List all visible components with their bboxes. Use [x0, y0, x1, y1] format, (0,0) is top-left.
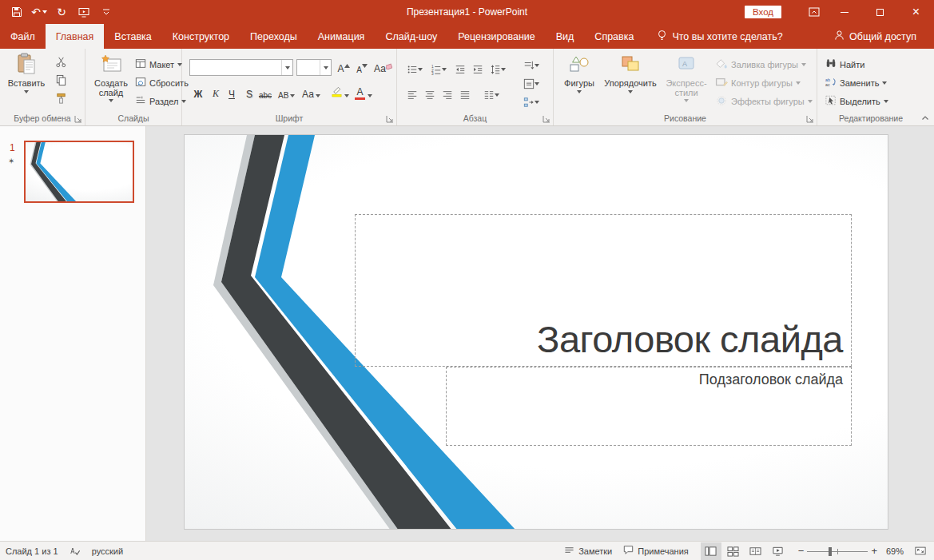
tab-animations[interactable]: Анимация — [308, 24, 376, 49]
zoom-level[interactable]: 69% — [880, 542, 909, 560]
zoom-in-button[interactable]: + — [868, 542, 880, 560]
font-size-input[interactable] — [297, 60, 320, 75]
tab-file[interactable]: Файл — [0, 24, 46, 49]
maximize-button[interactable] — [862, 0, 898, 24]
layout-icon — [135, 58, 146, 70]
font-dialog-launcher-icon[interactable] — [386, 114, 394, 122]
close-button[interactable]: × — [898, 0, 934, 24]
minimize-button[interactable] — [826, 0, 862, 24]
text-direction-button[interactable] — [519, 57, 544, 73]
line-spacing-button[interactable] — [487, 61, 508, 77]
reading-view-button[interactable] — [745, 542, 766, 560]
redo-icon[interactable]: ↻ — [51, 2, 72, 22]
font-size-combo[interactable] — [296, 59, 332, 76]
text-shadow-button[interactable]: S — [241, 85, 257, 101]
tab-design[interactable]: Конструктор — [162, 24, 240, 49]
section-button[interactable]: Раздел — [135, 93, 186, 109]
notes-toggle[interactable]: Заметки — [558, 542, 618, 560]
save-icon[interactable] — [6, 2, 27, 22]
font-color-button[interactable]: А — [355, 85, 372, 101]
undo-icon[interactable]: ↶ — [29, 2, 50, 22]
grow-font-button[interactable]: А — [336, 59, 352, 76]
format-painter-button[interactable] — [53, 90, 70, 107]
zoom-slider-thumb[interactable] — [829, 547, 832, 556]
columns-button[interactable] — [480, 86, 502, 103]
font-name-combo[interactable] — [189, 59, 293, 76]
tab-slideshow[interactable]: Слайд-шоу — [375, 24, 447, 49]
copy-button[interactable] — [53, 72, 70, 89]
slide-counter[interactable]: Слайд 1 из 1 — [0, 542, 64, 560]
slide-sorter-view-button[interactable] — [723, 542, 744, 560]
tab-view[interactable]: Вид — [546, 24, 585, 49]
shape-fill-button[interactable]: Заливка фигуры — [715, 56, 806, 73]
paragraph-dialog-launcher-icon[interactable] — [543, 114, 550, 122]
bold-button[interactable]: Ж — [190, 85, 206, 101]
align-right-button[interactable] — [439, 86, 455, 103]
underline-button[interactable]: Ч — [224, 85, 240, 101]
strikethrough-button[interactable]: abc — [257, 85, 273, 101]
zoom-out-button[interactable]: − — [795, 542, 808, 560]
character-spacing-button[interactable]: АВ — [278, 85, 295, 101]
arrange-button[interactable]: Упорядочить — [602, 52, 659, 93]
tab-insert[interactable]: Вставка — [104, 24, 161, 49]
start-slideshow-icon[interactable] — [74, 2, 94, 22]
increase-indent-button[interactable] — [469, 61, 486, 77]
collapse-ribbon-icon[interactable] — [920, 113, 931, 122]
zoom-slider[interactable] — [807, 542, 868, 560]
tell-me-box[interactable]: Что вы хотите сделать? — [657, 24, 782, 49]
tab-transitions[interactable]: Переходы — [240, 24, 308, 49]
tab-help[interactable]: Справка — [584, 24, 644, 49]
fit-slide-to-window-icon[interactable] — [909, 542, 934, 560]
reset-button[interactable]: Сбросить — [135, 74, 189, 91]
replace-button[interactable]: abac Заменить — [825, 74, 887, 91]
font-size-dropdown-icon[interactable] — [320, 60, 331, 75]
new-slide-button[interactable]: Создать слайд — [90, 52, 132, 102]
align-center-button[interactable] — [421, 86, 438, 103]
sign-in-button[interactable]: Вход — [745, 6, 781, 18]
italic-button[interactable]: К — [208, 85, 224, 101]
comments-toggle[interactable]: Примечания — [618, 542, 694, 560]
clear-formatting-button[interactable]: Аа — [374, 59, 392, 76]
language-indicator[interactable]: русский — [86, 542, 129, 560]
bullets-button[interactable] — [403, 61, 425, 77]
quick-styles-button[interactable]: А Экспресс-стили — [662, 52, 710, 102]
select-button[interactable]: Выделить — [825, 93, 888, 109]
slide-subtitle-text: Подзаголовок слайда — [699, 371, 843, 388]
font-name-dropdown-icon[interactable] — [281, 60, 292, 75]
shape-outline-button[interactable]: Контур фигуры — [715, 74, 801, 91]
clipboard-dialog-launcher-icon[interactable] — [74, 114, 82, 122]
numbering-button[interactable]: 123 — [427, 61, 449, 77]
convert-to-smartart-button[interactable] — [519, 93, 544, 110]
customize-quick-access-icon[interactable] — [96, 2, 117, 22]
shapes-button[interactable]: Фигуры — [559, 52, 599, 93]
svg-text:А: А — [682, 60, 687, 68]
tab-review[interactable]: Рецензирование — [447, 24, 546, 49]
spellcheck-icon[interactable] — [64, 542, 86, 560]
slide-thumbnail[interactable] — [24, 141, 134, 203]
find-button[interactable]: Найти — [825, 56, 864, 73]
slideshow-view-button[interactable] — [768, 542, 789, 560]
paste-button[interactable]: Вставить — [6, 52, 46, 93]
align-text-button[interactable] — [519, 75, 544, 92]
share-button[interactable]: Общий доступ — [834, 24, 934, 49]
decrease-indent-button[interactable] — [451, 61, 468, 77]
slide-editing-area[interactable]: Заголовок слайда Подзаголовок слайда — [146, 126, 934, 541]
tab-home[interactable]: Главная — [46, 24, 105, 49]
shrink-font-button[interactable]: А — [354, 59, 370, 76]
cut-button[interactable] — [53, 54, 70, 70]
shape-effects-button[interactable]: Эффекты фигуры — [715, 93, 813, 109]
normal-view-button[interactable] — [701, 542, 721, 560]
font-name-input[interactable] — [190, 60, 281, 75]
title-placeholder[interactable]: Заголовок слайда — [355, 214, 852, 367]
align-left-button[interactable] — [403, 86, 420, 103]
transition-star-icon[interactable]: ✶ — [8, 157, 14, 165]
layout-button[interactable]: Макет — [135, 56, 182, 73]
ribbon-display-options-icon[interactable] — [802, 0, 826, 24]
change-case-button[interactable]: Аа — [302, 85, 320, 101]
slide[interactable]: Заголовок слайда Подзаголовок слайда — [184, 134, 888, 530]
group-font: А А Аа Ж К Ч S abc АВ Аа А Шрифт — [182, 49, 397, 125]
justify-button[interactable] — [456, 86, 473, 103]
subtitle-placeholder[interactable]: Подзаголовок слайда — [446, 367, 852, 446]
highlight-color-button[interactable] — [331, 85, 349, 101]
drawing-dialog-launcher-icon[interactable] — [806, 114, 814, 122]
